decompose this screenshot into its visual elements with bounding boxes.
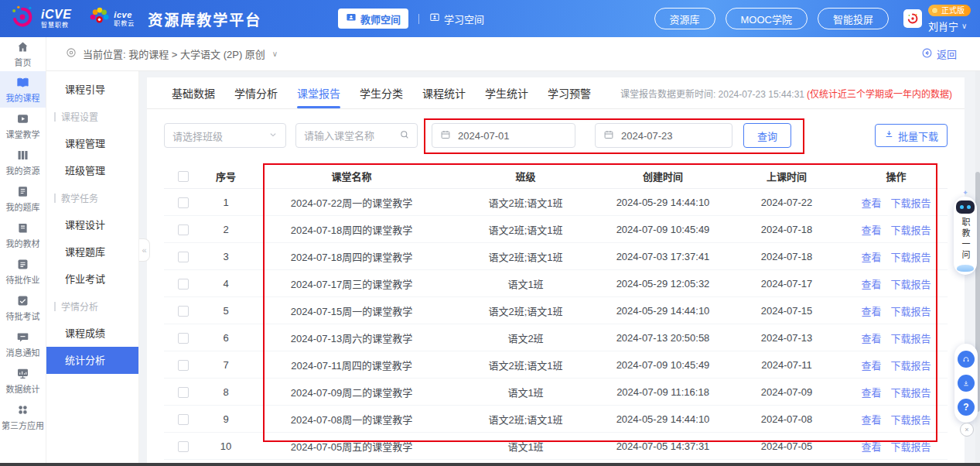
row-checkbox[interactable] — [178, 279, 189, 290]
nav-divider — [418, 14, 419, 24]
submenu-item-class-management[interactable]: 班级管理 — [46, 157, 138, 184]
section-divider — [54, 194, 56, 203]
row-checkbox[interactable] — [178, 252, 189, 262]
row-checkbox[interactable] — [178, 224, 189, 235]
collapse-toolbar-button[interactable]: × — [960, 423, 974, 437]
query-button[interactable]: 查询 — [743, 123, 791, 148]
sidebar-item-label: 课堂教学 — [6, 128, 40, 140]
date-start-input[interactable] — [456, 129, 567, 142]
view-link[interactable]: 查看 — [861, 306, 881, 317]
teacher-space-button[interactable]: 教师空间 — [338, 9, 408, 29]
my-question-bank-icon — [16, 185, 29, 198]
icve-mini-app-icon[interactable] — [903, 9, 922, 28]
sidebar-item-data-statistics[interactable]: 数据统计 — [0, 362, 46, 399]
sidebar-item-my-textbooks[interactable]: 我的教材 — [0, 217, 46, 253]
table-row: 32024-07-18周四的课堂教学语文2班;语文1班2024-07-03 17… — [164, 243, 948, 270]
view-link[interactable]: 查看 — [861, 197, 881, 209]
sidebar-item-my-courses[interactable]: 我的课程 — [0, 71, 46, 108]
brand-icve: iCVE 智慧职教 icve 职教云 — [9, 4, 261, 33]
brand-icve-title: iCVE — [41, 9, 71, 21]
download-report-link[interactable]: 下载报告 — [891, 414, 931, 426]
class-select[interactable]: 请选择班级 — [164, 123, 286, 148]
mooc-academy-button[interactable]: MOOC学院 — [726, 8, 808, 29]
download-report-link[interactable]: 下载报告 — [891, 306, 931, 317]
user-menu[interactable]: 刘肖宁 ∨ — [928, 19, 967, 33]
cell-created-time: 2024-07-03 17:37:41 — [597, 243, 729, 270]
row-checkbox[interactable] — [178, 414, 189, 425]
download-report-link[interactable]: 下载报告 — [891, 197, 931, 209]
tab-class-report[interactable]: 课堂报告 — [297, 77, 340, 108]
sidebar-item-message-notice[interactable]: 消息通知 — [0, 326, 46, 362]
tab-learning-analysis[interactable]: 学情分析 — [234, 77, 278, 108]
view-link[interactable]: 查看 — [861, 279, 881, 290]
row-checkbox[interactable] — [178, 360, 189, 371]
view-link[interactable]: 查看 — [861, 387, 881, 399]
select-all-checkbox[interactable] — [178, 171, 189, 182]
view-link[interactable]: 查看 — [861, 252, 881, 263]
sidebar-item-my-question-bank[interactable]: 我的题库 — [0, 180, 46, 217]
assistant-widget: ✦ 职教一问 — [953, 189, 978, 275]
view-link[interactable]: 查看 — [861, 414, 881, 426]
download-report-link[interactable]: 下载报告 — [891, 279, 931, 290]
update-warn-text: (仅统计近三个学期或一年内的数据) — [807, 87, 952, 100]
view-link[interactable]: 查看 — [861, 360, 881, 372]
sidebar-item-my-resources[interactable]: 我的资源 — [0, 144, 46, 180]
table-row: 102024-07-05周五的课堂教学语文1班2024-07-05 14:37:… — [164, 433, 948, 460]
breadcrumb-caret-icon[interactable]: ∨ — [272, 50, 278, 58]
content-card: 基础数据学情分析课堂报告学生分类课程统计学生统计学习预警 课堂报告数据更新时间:… — [147, 77, 965, 463]
view-link[interactable]: 查看 — [861, 333, 881, 344]
help-button[interactable]: ? — [958, 399, 975, 416]
download-report-link[interactable]: 下载报告 — [891, 252, 931, 263]
search-icon — [399, 129, 410, 142]
update-note: 课堂报告数据更新时间: 2024-07-23 15:44:31 (仅统计近三个学… — [620, 77, 952, 108]
download-report-link[interactable]: 下载报告 — [891, 224, 931, 236]
download-report-link[interactable]: 下载报告 — [891, 387, 931, 399]
submenu-item-course-design[interactable]: 课程设计 — [46, 211, 138, 238]
sidebar-item-pending-homework[interactable]: 待批作业 — [0, 253, 46, 290]
row-checkbox[interactable] — [178, 197, 189, 208]
table-row: 82024-07-09周二的课堂教学语文1班2024-07-09 11:16:1… — [164, 379, 948, 406]
row-checkbox[interactable] — [178, 333, 189, 344]
tab-learning-warning[interactable]: 学习预警 — [548, 77, 591, 108]
download-report-link[interactable]: 下载报告 — [891, 441, 931, 453]
row-checkbox[interactable] — [178, 441, 189, 452]
submenu-item-course-management[interactable]: 课程管理 — [46, 130, 138, 157]
batch-download-button[interactable]: 批量下载 — [875, 124, 948, 147]
sidebar-item-home[interactable]: 首页 — [0, 37, 46, 71]
tab-student-classification[interactable]: 学生分类 — [360, 77, 403, 108]
tab-student-statistics[interactable]: 学生统计 — [485, 77, 528, 108]
view-link[interactable]: 查看 — [861, 441, 881, 453]
row-checkbox[interactable] — [178, 306, 189, 317]
table-row: 42024-07-17周三的课堂教学语文1班2024-05-29 12:05:3… — [164, 270, 948, 297]
sidebar-item-third-party-apps[interactable]: 第三方应用 — [0, 399, 46, 435]
download-center-button[interactable] — [958, 375, 975, 392]
sidebar-item-label: 消息通知 — [6, 346, 40, 358]
cell-classes: 语文2班;语文1班 — [454, 243, 597, 270]
resource-library-button[interactable]: 资源库 — [654, 8, 715, 29]
tab-course-statistics[interactable]: 课程统计 — [422, 77, 466, 108]
submenu-item-course-grades[interactable]: 课程成绩 — [46, 320, 138, 347]
download-report-link[interactable]: 下载报告 — [891, 333, 931, 344]
submenu-item-statistics-analysis[interactable]: 统计分析 — [46, 347, 138, 374]
cell-index: 9 — [203, 406, 249, 433]
back-button[interactable]: 返回 — [917, 46, 961, 62]
sidebar-item-classroom-teaching[interactable]: 课堂教学 — [0, 108, 46, 144]
view-link[interactable]: 查看 — [861, 224, 881, 236]
submenu-item-homework-exam[interactable]: 作业考试 — [46, 266, 138, 293]
submenu-item-course-question-bank[interactable]: 课程题库 — [46, 238, 138, 266]
row-checkbox[interactable] — [178, 387, 189, 398]
smart-casting-button[interactable]: 智能投屏 — [818, 8, 889, 29]
learning-space-link[interactable]: 学习空间 — [429, 12, 484, 26]
cell-created-time: 2024-05-29 12:05:32 — [597, 270, 729, 297]
assistant-button[interactable]: 职教一问 — [954, 197, 977, 275]
download-report-link[interactable]: 下载报告 — [891, 360, 931, 372]
customer-service-button[interactable] — [958, 351, 975, 368]
sidebar-item-pending-exams[interactable]: 待批考试 — [0, 290, 46, 326]
tab-basic-data[interactable]: 基础数据 — [172, 77, 215, 108]
class-name-input[interactable] — [296, 130, 399, 142]
date-end-input[interactable] — [620, 129, 724, 142]
submenu-item-course-guide[interactable]: 课程引导 — [46, 76, 138, 103]
submenu-section-course-settings: 课程设置 — [46, 103, 138, 130]
submenu-collapse-handle[interactable]: « — [139, 238, 150, 262]
cell-index: 6 — [203, 324, 249, 351]
